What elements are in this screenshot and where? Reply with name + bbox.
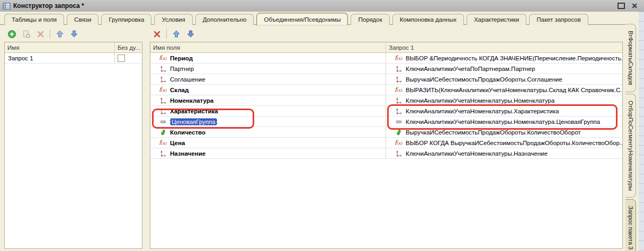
field-name-text: Характеристика bbox=[170, 108, 218, 114]
expression-type-icon-slot bbox=[395, 118, 402, 126]
field-expression-cell[interactable]: КлючиАналитикиУчетаПоПартнерам.Партнер bbox=[386, 64, 622, 74]
field-icon bbox=[159, 76, 167, 83]
no-duplicates-checkbox[interactable] bbox=[118, 55, 125, 62]
tab-bar: Таблицы и поляСвязиГруппировкаУсловияДоп… bbox=[4, 13, 623, 25]
add-query-button[interactable] bbox=[7, 29, 16, 39]
field-expression-text: КлючиАналитикиУчетаНоменклатуры.Назначен… bbox=[406, 150, 548, 157]
field-expression-cell[interactable]: КлючиАналитикиУчетаНоменклатуры.Номенкла… bbox=[386, 95, 622, 105]
copy-query-button[interactable] bbox=[21, 29, 31, 39]
query-package-tab-ВтФорматыСкладов[interactable]: ВтФорматыСкладов bbox=[625, 24, 636, 92]
field-name-text: Склад bbox=[170, 87, 189, 93]
tab-Группировка[interactable]: Группировка bbox=[101, 14, 151, 25]
field-expression-text: ВЫБОР КОГДА ВыручкаИСебестоимостьПродажО… bbox=[406, 140, 622, 146]
fields-panel: Имя поля Запрос 1 f(x) Период f(x) ВЫБОР… bbox=[150, 25, 623, 251]
arrow-down-icon bbox=[70, 30, 78, 38]
query-name-cell[interactable]: Запрос 1 bbox=[5, 53, 115, 63]
delete-field-button[interactable] bbox=[152, 29, 162, 39]
fields-table-header: Имя поля Запрос 1 bbox=[150, 42, 622, 53]
field-icon bbox=[159, 107, 167, 115]
field-row[interactable]: ЦеноваяГруппа КлючиАналитикиУчетаНоменкл… bbox=[150, 116, 622, 127]
query-package-tab-ОтборПоСегментуНоменклатуры[interactable]: ОтборПоСегментуНоменклатуры bbox=[625, 94, 636, 198]
field-name-cell[interactable]: Количество bbox=[150, 127, 386, 137]
field-expression-text: ВЫБОР &Периодичность КОГДА ЗНАЧЕНИЕ(Пере… bbox=[406, 55, 622, 61]
measure-icon bbox=[159, 129, 167, 136]
field-row[interactable]: Количество ВыручкаИСебестоимостьПродажОб… bbox=[150, 127, 622, 138]
query-package-tab-Запрос пакета 3[interactable]: Запрос пакета 3 bbox=[625, 199, 636, 251]
field-name-text: Количество bbox=[170, 129, 205, 136]
field-row[interactable]: Характеристика КлючиАналитикиУчетаНоменк… bbox=[150, 106, 622, 116]
field-row[interactable]: Назначение КлючиАналитикиУчетаНоменклату… bbox=[150, 148, 622, 159]
field-row[interactable]: Номенклатура КлючиАналитикиУчетаНоменкла… bbox=[150, 95, 622, 106]
move-field-down-button[interactable] bbox=[186, 29, 195, 39]
tab-Компоновка данных[interactable]: Компоновка данных bbox=[392, 14, 464, 25]
field-name-cell[interactable]: f(x) Склад bbox=[150, 85, 386, 95]
dash-icon bbox=[159, 118, 167, 126]
field-type-icon-slot bbox=[159, 118, 167, 126]
field-name-text: Назначение bbox=[170, 150, 205, 157]
field-name-text: Номенклатура bbox=[170, 97, 213, 104]
maximize-button[interactable] bbox=[618, 3, 625, 9]
close-button[interactable]: ✕ bbox=[631, 2, 638, 10]
expression-type-icon-slot bbox=[395, 75, 402, 83]
delete-query-button[interactable] bbox=[35, 29, 45, 39]
tab-Дополнительно[interactable]: Дополнительно bbox=[195, 14, 254, 25]
move-query-down-button[interactable] bbox=[69, 29, 79, 39]
function-icon: f(x) bbox=[159, 139, 167, 147]
column-header-field-name: Имя поля bbox=[150, 42, 386, 52]
tab-Объединения/Псевдонимы[interactable]: Объединения/Псевдонимы bbox=[256, 13, 348, 25]
field-name-cell[interactable]: Характеристика bbox=[150, 106, 386, 116]
field-type-icon-slot: f(x) bbox=[159, 139, 167, 147]
field-name-cell[interactable]: Номенклатура bbox=[150, 95, 386, 105]
fields-table: Имя поля Запрос 1 f(x) Период f(x) ВЫБОР… bbox=[150, 42, 623, 249]
tab-Связи[interactable]: Связи bbox=[67, 14, 99, 25]
toolbar-separator bbox=[50, 29, 50, 39]
field-icon bbox=[395, 76, 402, 83]
field-type-icon-slot bbox=[159, 75, 167, 83]
field-expression-cell[interactable]: f(x) ВЫБОР &Периодичность КОГДА ЗНАЧЕНИЕ… bbox=[386, 53, 622, 63]
field-name-cell[interactable]: Партнер bbox=[150, 64, 386, 74]
column-header-no-duplicates: Без ду... bbox=[115, 42, 142, 52]
field-name-text: Соглашение bbox=[170, 76, 205, 83]
move-field-up-button[interactable] bbox=[172, 29, 181, 39]
tab-Таблицы и поля[interactable]: Таблицы и поля bbox=[4, 14, 64, 25]
queries-panel: Имя Без ду... Запрос 1 bbox=[4, 25, 142, 251]
background-window-sliver bbox=[639, 12, 644, 251]
field-row[interactable]: f(x) Цена f(x) ВЫБОР КОГДА ВыручкаИСебес… bbox=[150, 138, 622, 148]
field-row[interactable]: f(x) Период f(x) ВЫБОР &Периодичность КО… bbox=[150, 53, 622, 64]
column-header-name: Имя bbox=[5, 42, 115, 52]
delete-icon bbox=[153, 30, 161, 38]
field-row[interactable]: f(x) Склад f(x) ВЫРАЗИТЬ(КлючиАналитикиУ… bbox=[150, 85, 622, 95]
field-expression-cell[interactable]: f(x) ВЫБОР КОГДА ВыручкаИСебестоимостьПр… bbox=[386, 138, 622, 148]
fields-toolbar bbox=[152, 28, 195, 40]
field-expression-cell[interactable]: КлючиАналитикиУчетаНоменклатуры.Номенкла… bbox=[386, 116, 622, 127]
field-name-cell[interactable]: f(x) Цена bbox=[150, 138, 386, 148]
field-expression-cell[interactable]: ВыручкаИСебестоимостьПродажОбороты.Согла… bbox=[386, 74, 622, 84]
field-name-cell[interactable]: ЦеноваяГруппа bbox=[150, 116, 386, 127]
expression-type-icon-slot bbox=[395, 149, 402, 157]
field-icon bbox=[159, 150, 167, 157]
field-expression-cell[interactable]: ВыручкаИСебестоимостьПродажОбороты.Колич… bbox=[386, 127, 622, 137]
field-type-icon-slot bbox=[159, 96, 167, 104]
delete-icon bbox=[37, 30, 44, 38]
field-expression-text: КлючиАналитикиУчетаНоменклатуры.Номенкла… bbox=[406, 97, 554, 104]
function-icon: f(x) bbox=[395, 139, 402, 147]
field-expression-cell[interactable]: f(x) ВЫРАЗИТЬ(КлючиАналитикиУчетаНоменкл… bbox=[386, 85, 622, 95]
field-name-cell[interactable]: Назначение bbox=[150, 148, 386, 158]
field-expression-cell[interactable]: КлючиАналитикиУчетаНоменклатуры.Назначен… bbox=[386, 148, 622, 158]
tab-Пакет запросов[interactable]: Пакет запросов bbox=[529, 14, 588, 25]
arrow-down-icon bbox=[186, 30, 195, 38]
field-type-icon-slot: f(x) bbox=[159, 54, 167, 62]
tab-Порядок[interactable]: Порядок bbox=[351, 14, 389, 25]
query-row[interactable]: Запрос 1 bbox=[5, 53, 142, 64]
tab-Условия[interactable]: Условия bbox=[154, 14, 192, 25]
field-icon bbox=[395, 65, 402, 73]
field-name-cell[interactable]: Соглашение bbox=[150, 74, 386, 84]
move-query-up-button[interactable] bbox=[55, 29, 65, 39]
field-row[interactable]: Соглашение ВыручкаИСебестоимостьПродажОб… bbox=[150, 74, 622, 85]
field-expression-cell[interactable]: КлючиАналитикиУчетаНоменклатуры.Характер… bbox=[386, 106, 622, 116]
field-type-icon-slot bbox=[159, 107, 167, 115]
field-type-icon-slot bbox=[159, 65, 167, 73]
field-name-cell[interactable]: f(x) Период bbox=[150, 53, 386, 63]
tab-Характеристики[interactable]: Характеристики bbox=[467, 14, 526, 25]
field-row[interactable]: Партнер КлючиАналитикиУчетаПоПартнерам.П… bbox=[150, 64, 622, 74]
